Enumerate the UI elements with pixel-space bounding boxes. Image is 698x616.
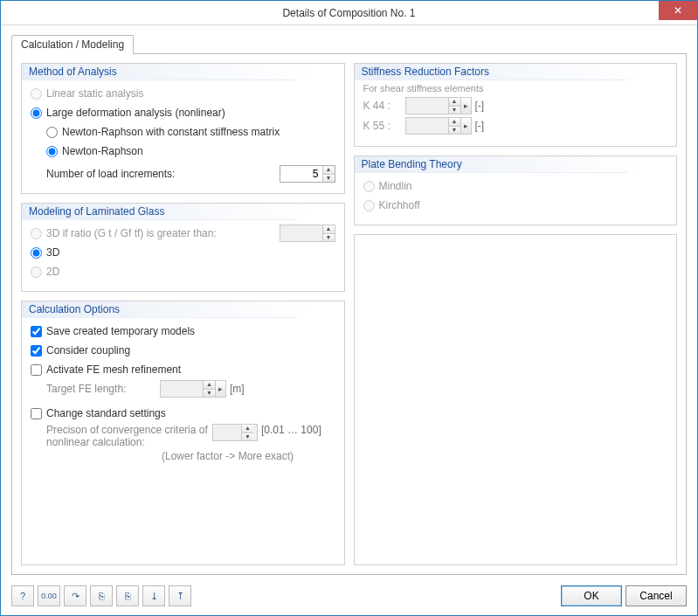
radio-label: Linear static analysis [46,87,143,100]
group-title: Method of Analysis [29,66,117,78]
checkbox-label: Activate FE mesh refinement [46,363,181,376]
radio-label: Newton-Raphson with constant stiffness m… [62,126,280,138]
range-label: [0.01 … 100] [261,424,321,436]
spin-extra-icon: ▸ [215,381,225,397]
label-k55: K 55 : [363,120,405,132]
row-precision: Precison of convergence criteria of nonl… [31,424,335,448]
tabstrip: Calculation / Modeling [11,34,687,53]
spin-up-icon: ▲ [449,98,460,107]
radio-input[interactable] [31,107,42,119]
spin-input [406,118,448,134]
spin-down-icon: ▼ [242,433,253,441]
curve-icon: ↷ [72,591,79,602]
right-column: Stiffness Reduction Factors For shear st… [354,63,678,565]
check-save-temp-models[interactable]: Save created temporary models [31,322,335,340]
spin-down-icon: ▼ [449,127,460,135]
spin-extra-icon: ▸ [460,118,471,134]
units-button[interactable]: 0.00 [38,585,60,606]
spin-buttons[interactable]: ▲▼ [322,166,335,182]
radio-linear-static: Linear static analysis [31,85,335,102]
close-button[interactable]: ✕ [659,1,697,20]
spin-k44: ▲▼ ▸ [405,97,472,114]
help-button[interactable]: ? [11,585,34,606]
close-icon: ✕ [674,4,682,17]
checkbox-label: Save created temporary models [46,325,195,337]
row-k55: K 55 : ▲▼ ▸ [-] [363,117,668,135]
group-title: Calculation Options [29,303,120,315]
row-k44: K 44 : ▲▼ ▸ [-] [363,97,668,114]
unit-label: [m] [230,383,245,395]
spin-buttons: ▲▼ [241,425,253,440]
radio-input[interactable] [46,127,58,138]
spin-input [161,381,203,397]
radio-2d: 2D [31,263,335,280]
spin-load-increments[interactable]: ▲▼ [280,165,335,183]
radio-label: Large deformation analysis (nonlinear) [46,107,225,119]
content-area: Calculation / Modeling Method of Analysi… [1,25,697,580]
group-laminated-glass: Modeling of Laminated Glass 3D if ratio … [21,203,345,292]
unit-label: [-] [475,120,485,132]
label-load-increments: Number of load increments: [31,168,280,180]
copy-icon: ⎘ [125,591,131,601]
cancel-button[interactable]: Cancel [625,585,687,606]
export-button[interactable]: ⤒ [169,585,191,606]
unit-label: [-] [475,100,485,112]
spin-up-icon: ▲ [242,425,253,433]
spin-down-icon: ▼ [204,390,215,398]
copy-button-2[interactable]: ⎘ [116,585,139,606]
group-calculation-options: Calculation Options Save created tempora… [21,301,345,565]
radio-input[interactable] [31,247,42,259]
spin-up-icon[interactable]: ▲ [323,166,335,175]
group-plate-bending: Plate Bending Theory Mindlin Kirchhoff [354,156,678,225]
spin-extra-icon: ▸ [460,98,471,114]
spin-down-icon: ▼ [323,234,335,242]
checkbox-input[interactable] [31,408,42,419]
radio-mindlin: Mindlin [363,177,668,195]
radio-label: Mindlin [379,180,412,192]
spin-up-icon: ▲ [204,381,215,390]
spin-precision: ▲▼ [212,424,258,441]
group-method-of-analysis: Method of Analysis Linear static analysi… [21,63,345,194]
stiffness-subtitle: For shear stiffness elements [363,83,668,93]
spin-down-icon: ▼ [449,107,460,114]
label-target-fe: Target FE length: [46,383,160,395]
check-consider-coupling[interactable]: Consider coupling [31,342,335,359]
checkbox-input[interactable] [31,364,42,376]
radio-input [31,88,42,100]
spin-target-fe: ▲▼ ▸ [160,380,226,398]
spin-buttons: ▲▼ [448,118,460,134]
radio-newton-raphson[interactable]: Newton-Raphson [31,142,335,160]
copy-button-1[interactable]: ⎘ [90,585,113,606]
radio-input [31,228,42,239]
radio-3d[interactable]: 3D [31,244,335,261]
radio-label: 2D [46,266,59,278]
spin-buttons: ▲▼ [203,381,215,397]
left-column: Method of Analysis Linear static analysi… [21,63,345,565]
check-change-std-settings[interactable]: Change standard settings [31,405,335,422]
radio-input [31,266,42,278]
radio-large-deformation[interactable]: Large deformation analysis (nonlinear) [31,104,335,121]
check-activate-fe-refinement[interactable]: Activate FE mesh refinement [31,361,335,378]
ok-button[interactable]: OK [561,585,622,606]
import-button[interactable]: ⤓ [142,585,165,606]
radio-input[interactable] [46,146,58,157]
restore-button[interactable]: ↷ [64,585,86,606]
spin-down-icon[interactable]: ▼ [323,175,335,183]
row-load-increments: Number of load increments: ▲▼ [31,165,335,183]
export-icon: ⤒ [176,591,184,602]
checkbox-input[interactable] [31,345,42,356]
spin-buttons: ▲▼ [322,225,335,241]
row-target-fe-length: Target FE length: ▲▼ ▸ [m] [31,380,335,398]
help-icon: ? [20,591,25,601]
checkbox-input[interactable] [31,326,42,337]
spin-input[interactable] [280,166,322,182]
spin-k55: ▲▼ ▸ [405,117,472,135]
digits-icon: 0.00 [41,592,57,600]
label-precision: Precison of convergence criteria of nonl… [46,424,212,448]
radio-label: 3D if ratio (G t / Gf tf) is greater tha… [46,227,280,239]
tab-calculation-modeling[interactable]: Calculation / Modeling [11,35,134,54]
radio-newton-raphson-const[interactable]: Newton-Raphson with constant stiffness m… [31,123,335,141]
group-title: Plate Bending Theory [362,158,462,170]
spin-input [280,225,322,241]
preview-panel [354,234,678,565]
